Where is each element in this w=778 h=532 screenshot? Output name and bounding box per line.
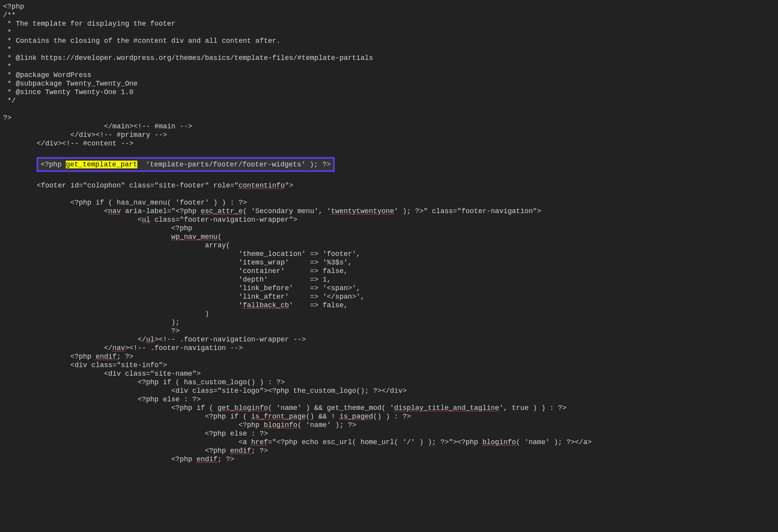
code-line: <ul class="footer-navigation-wrapper"> [3, 216, 297, 224]
code-line: ); [3, 318, 180, 326]
code-line: */ [3, 97, 16, 105]
code-line: <?php [3, 3, 24, 10]
code-line: <?php bloginfo( 'name' ); ?> [3, 421, 356, 429]
code-line: * Contains the closing of the #content d… [3, 37, 281, 45]
code-line: 'link_before' => '<span>', [3, 284, 360, 292]
code-line: * [3, 28, 12, 36]
code-line: </nav><!-- .footer-navigation --> [3, 344, 243, 352]
code-line: <a href="<?php echo esc_url( home_url( '… [3, 438, 592, 446]
code-line: <div class="site-logo"><?php the_custom_… [3, 387, 407, 395]
code-line: 'theme_location' => 'footer', [3, 250, 360, 258]
code-line: * @since Twenty Twenty-One 1.0 [3, 88, 133, 96]
highlighted-line: <?php get_template_part 'template-parts/… [3, 161, 335, 168]
code-line: </ul><!-- .footer-navigation-wrapper --> [3, 336, 306, 343]
highlight-box: <?php get_template_part 'template-parts/… [37, 157, 334, 172]
code-line: * The template for displaying the footer [3, 20, 176, 28]
code-line: </div><!-- #content --> [3, 140, 133, 147]
code-line: ?> [3, 327, 180, 335]
code-line: 'fallback_cb' => false, [3, 301, 348, 309]
code-line: ?> [3, 114, 12, 122]
code-line: 'depth' => 1, [3, 276, 331, 284]
code-line: 'container' => false, [3, 267, 348, 275]
code-line: <footer id="colophon" class="site-footer… [3, 182, 293, 189]
code-line: <?php else : ?> [3, 430, 268, 438]
code-line: * @link https://developer.wordpress.org/… [3, 54, 373, 62]
code-line: * [3, 63, 12, 70]
code-line: <?php [3, 224, 192, 232]
code-line: </div><!-- #primary --> [3, 131, 167, 139]
code-line: <?php endif; ?> [3, 455, 234, 463]
code-line: * @subpackage Twenty_Twenty_One [3, 80, 138, 88]
code-line: <?php else : ?> [3, 396, 201, 403]
code-line: <nav aria-label="<?php esc_attr_e( 'Seco… [3, 207, 541, 215]
code-line: <div class="site-info"> [3, 361, 167, 369]
code-line: <?php if ( get_bloginfo( 'name' ) && get… [3, 404, 566, 412]
code-line: <?php endif; ?> [3, 353, 133, 360]
code-line: <div class="site-name"> [3, 370, 201, 378]
code-line: 'link_after' => '</span>', [3, 293, 365, 301]
code-editor[interactable]: <?php /** * The template for displaying … [0, 0, 778, 464]
code-line: </main><!-- #main --> [3, 122, 192, 130]
code-line: <?php if ( is_front_page() && ! is_paged… [3, 413, 411, 420]
code-line: /** [3, 11, 16, 19]
code-line: <?php if ( has_nav_menu( 'footer' ) ) : … [3, 199, 247, 206]
search-match: get_template_part [66, 161, 137, 168]
code-line: array( [3, 242, 230, 249]
code-line: 'items_wrap' => '%3$s', [3, 259, 352, 266]
code-line: * [3, 46, 12, 53]
code-line: * @package WordPress [3, 71, 91, 79]
code-line: ) [3, 310, 209, 318]
code-line: <?php if ( has_custom_logo() ) : ?> [3, 378, 285, 386]
code-line: <?php endif; ?> [3, 447, 268, 455]
code-line: wp_nav_menu( [3, 233, 222, 241]
